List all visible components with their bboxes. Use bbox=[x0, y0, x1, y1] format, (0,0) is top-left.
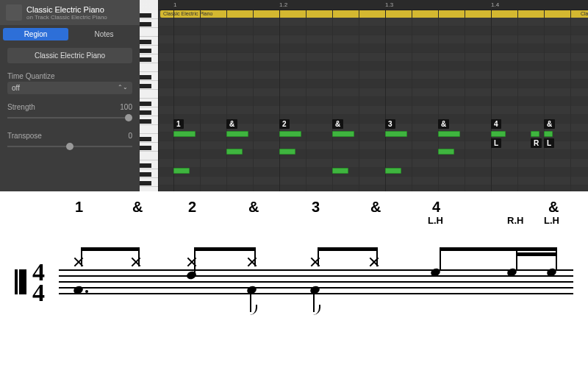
beat-marker: 4 bbox=[491, 119, 501, 129]
piano-roll-editor: C4 C3 C2 C1 1 1.2 1.3 1.4 Classic Electr… bbox=[140, 0, 588, 191]
midi-note[interactable] bbox=[279, 149, 295, 155]
chevron-updown-icon: ⌃⌄ bbox=[118, 84, 128, 92]
inspector-tabs: Region Notes bbox=[0, 25, 140, 43]
beat-marker: 3 bbox=[385, 119, 395, 129]
notation-hand-label: L.H bbox=[428, 215, 443, 226]
notation-count: & bbox=[132, 199, 143, 216]
region-header: Classic Electric Piano on Track Classic … bbox=[0, 0, 140, 25]
region-title: Classic Electric Piano bbox=[26, 5, 107, 14]
midi-note[interactable] bbox=[491, 131, 506, 137]
transpose-label: Transpose bbox=[7, 132, 42, 140]
midi-note[interactable] bbox=[332, 131, 354, 137]
music-notation: 1&2&3&4&L.HR.HL.H 4 4 bbox=[0, 191, 588, 368]
region-subtitle: on Track Classic Electric Piano bbox=[26, 14, 107, 21]
midi-grid[interactable]: 1 1.2 1.3 1.4 Classic Electric Piano Cla… bbox=[159, 0, 588, 191]
tab-region[interactable]: Region bbox=[3, 28, 68, 40]
beat-marker: & bbox=[438, 119, 449, 129]
staff-barline bbox=[15, 269, 18, 294]
notation-count: 3 bbox=[312, 199, 320, 216]
beat-marker: & bbox=[332, 119, 343, 129]
notation-count: 4 bbox=[432, 199, 440, 216]
midi-note[interactable] bbox=[385, 131, 407, 137]
region-clip-next[interactable]: Classic bbox=[578, 10, 588, 18]
staff-barline-thick bbox=[19, 269, 26, 294]
midi-note[interactable] bbox=[173, 131, 196, 137]
midi-note[interactable] bbox=[385, 168, 401, 174]
inspector-sidebar: Classic Electric Piano on Track Classic … bbox=[0, 0, 140, 191]
notation-count: 2 bbox=[188, 199, 196, 216]
hand-marker: L bbox=[491, 138, 501, 148]
time-quantize-select[interactable]: off ⌃⌄ bbox=[7, 82, 132, 94]
beat-marker: & bbox=[544, 119, 555, 129]
strength-slider[interactable] bbox=[7, 113, 132, 123]
beat-marker: 2 bbox=[279, 119, 290, 129]
midi-note[interactable] bbox=[332, 168, 348, 174]
transpose-slider[interactable] bbox=[7, 141, 132, 152]
region-thumbnail bbox=[6, 4, 22, 21]
midi-note[interactable] bbox=[544, 131, 553, 137]
beat-marker: 1 bbox=[173, 119, 184, 129]
time-ruler[interactable]: 1 1.2 1.3 1.4 bbox=[159, 0, 588, 10]
beat-marker: & bbox=[226, 119, 237, 129]
midi-note[interactable] bbox=[226, 131, 248, 137]
midi-note[interactable] bbox=[279, 131, 301, 137]
strength-value: 100 bbox=[120, 103, 132, 111]
region-name-field[interactable]: Classic Electric Piano bbox=[7, 48, 132, 63]
midi-note[interactable] bbox=[438, 131, 460, 137]
hand-marker: L bbox=[544, 138, 554, 148]
time-signature: 4 4 bbox=[32, 262, 45, 303]
hand-marker: R bbox=[531, 138, 542, 148]
midi-note[interactable] bbox=[531, 131, 539, 137]
midi-note[interactable] bbox=[226, 149, 243, 155]
transpose-value: 0 bbox=[128, 132, 132, 140]
time-quantize-label: Time Quantize bbox=[7, 72, 55, 80]
notation-count: & bbox=[370, 199, 381, 216]
notation-count: 1 bbox=[75, 199, 83, 216]
strength-label: Strength bbox=[7, 103, 35, 111]
notation-count: & bbox=[548, 199, 559, 216]
piano-keyboard[interactable]: C4 C3 C2 C1 bbox=[140, 0, 159, 191]
midi-note[interactable] bbox=[438, 149, 454, 155]
region-clip[interactable]: Classic Electric Piano bbox=[160, 10, 587, 18]
midi-note[interactable] bbox=[173, 168, 190, 174]
tab-notes[interactable]: Notes bbox=[71, 28, 137, 40]
notation-count: & bbox=[248, 199, 259, 216]
notation-hand-label: L.H bbox=[544, 215, 559, 226]
notation-hand-label: R.H bbox=[507, 215, 523, 226]
